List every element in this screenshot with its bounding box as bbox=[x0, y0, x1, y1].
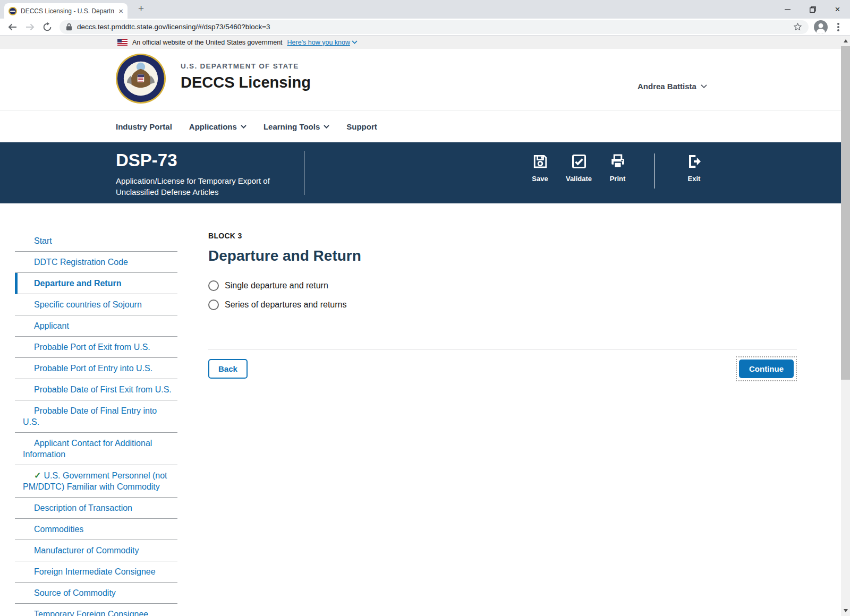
back-nav-button[interactable] bbox=[7, 22, 18, 32]
validate-action-button[interactable]: Validate bbox=[559, 153, 598, 183]
action-label: Print bbox=[610, 175, 626, 183]
new-tab-button[interactable]: + bbox=[138, 3, 144, 14]
restore-icon bbox=[810, 6, 816, 13]
sidebar-item-probable-date-of-first-exit-from-u-s[interactable]: Probable Date of First Exit from U.S. bbox=[15, 379, 177, 400]
refresh-button[interactable] bbox=[42, 22, 52, 32]
sidebar-item-label: Temporary Foreign Consignee bbox=[34, 610, 148, 616]
continue-focus-ring: Continue bbox=[736, 356, 797, 381]
gov-banner-text: An official website of the United States… bbox=[132, 39, 283, 46]
browser-menu-icon[interactable] bbox=[837, 26, 839, 28]
nav-item-applications[interactable]: Applications bbox=[189, 122, 246, 131]
form-banner: DSP-73 Application/License for Temporary… bbox=[0, 142, 841, 203]
sidebar-item-probable-date-of-final-entry-into-u-s[interactable]: Probable Date of Final Entry into U.S. bbox=[15, 400, 177, 433]
minimize-icon bbox=[785, 9, 790, 10]
form-section-nav: StartDDTC Registration CodeDeparture and… bbox=[15, 230, 177, 616]
form-description: Application/License for Temporary Export… bbox=[116, 176, 276, 198]
sidebar-item-temporary-foreign-consignee[interactable]: Temporary Foreign Consignee bbox=[15, 604, 177, 616]
scroll-up-icon[interactable] bbox=[844, 39, 848, 42]
sidebar-item-label: Probable Port of Exit from U.S. bbox=[34, 343, 150, 352]
form-code: DSP-73 bbox=[116, 150, 177, 170]
sidebar-item-label: Start bbox=[34, 236, 52, 245]
primary-nav: Industry PortalApplicationsLearning Tool… bbox=[0, 110, 841, 142]
page-scrollbar[interactable] bbox=[841, 36, 850, 616]
sidebar-item-applicant-contact-for-additional-information[interactable]: Applicant Contact for Additional Informa… bbox=[15, 433, 177, 465]
action-label: Save bbox=[532, 175, 548, 183]
tab-close-icon[interactable]: × bbox=[118, 7, 123, 15]
page: An official website of the United States… bbox=[0, 36, 841, 616]
url-bar[interactable]: deccs.test.pmddtc.state.gov/licensing/#/… bbox=[60, 20, 809, 34]
sidebar-item-applicant[interactable]: Applicant bbox=[15, 315, 177, 337]
radio-label: Series of departures and returns bbox=[225, 300, 346, 310]
site-header: U.S. DEPARTMENT OF STATE DECCS Licensing… bbox=[0, 49, 841, 110]
sidebar-item-start[interactable]: Start bbox=[15, 230, 177, 252]
sidebar-item-ddtc-registration-code[interactable]: DDTC Registration Code bbox=[15, 252, 177, 273]
chevron-down-icon bbox=[241, 125, 246, 129]
sidebar-item-label: U.S. Government Personnel (not PM/DDTC) … bbox=[23, 471, 167, 491]
content: StartDDTC Registration CodeDeparture and… bbox=[0, 203, 841, 616]
sidebar-item-label: Foreign Intermediate Consignee bbox=[34, 567, 156, 576]
continue-button[interactable]: Continue bbox=[739, 360, 794, 378]
nav-item-learning-tools[interactable]: Learning Tools bbox=[264, 122, 329, 131]
site-favicon-icon bbox=[8, 7, 17, 15]
sidebar-item-probable-port-of-entry-into-u-s[interactable]: Probable Port of Entry into U.S. bbox=[15, 358, 177, 379]
radio-button-icon[interactable] bbox=[208, 280, 219, 291]
section-divider bbox=[208, 349, 797, 349]
radio-option-series-of-departures-and-returns[interactable]: Series of departures and returns bbox=[208, 295, 797, 314]
print-action-button[interactable]: Print bbox=[598, 153, 637, 183]
radio-button-icon[interactable] bbox=[208, 300, 219, 310]
radio-label: Single departure and return bbox=[225, 281, 328, 290]
window-minimize-button[interactable] bbox=[775, 0, 800, 19]
back-button[interactable]: Back bbox=[208, 359, 248, 379]
nav-item-label: Industry Portal bbox=[116, 122, 172, 131]
sidebar-item-label: Probable Port of Entry into U.S. bbox=[34, 364, 152, 373]
sidebar-item-departure-and-return[interactable]: Departure and Return bbox=[15, 273, 177, 294]
page-title: Departure and Return bbox=[208, 247, 797, 264]
scrollbar-thumb[interactable] bbox=[841, 46, 850, 380]
sidebar-item-manufacturer-of-commodity[interactable]: Manufacturer of Commodity bbox=[15, 540, 177, 561]
tab-title: DECCS Licensing - U.S. Departme bbox=[21, 7, 114, 15]
user-name: Andrea Battista bbox=[638, 82, 696, 91]
lock-icon bbox=[66, 23, 72, 31]
chevron-down-icon bbox=[352, 40, 358, 44]
radio-option-single-departure-and-return[interactable]: Single departure and return bbox=[208, 276, 797, 295]
sidebar-item-foreign-intermediate-consignee[interactable]: Foreign Intermediate Consignee bbox=[15, 561, 177, 583]
sidebar-item-specific-countries-of-sojourn[interactable]: Specific countries of Sojourn bbox=[15, 294, 177, 315]
window-close-button[interactable]: × bbox=[825, 0, 850, 19]
block-label: BLOCK 3 bbox=[208, 232, 797, 240]
sidebar-item-probable-port-of-exit-from-u-s[interactable]: Probable Port of Exit from U.S. bbox=[15, 337, 177, 358]
sidebar-item-description-of-transaction[interactable]: Description of Transaction bbox=[15, 498, 177, 519]
browser-tab[interactable]: DECCS Licensing - U.S. Departme × bbox=[4, 3, 128, 19]
tab-bar: DECCS Licensing - U.S. Departme × + × bbox=[0, 0, 850, 19]
sidebar-item-label: DDTC Registration Code bbox=[34, 258, 128, 267]
action-label: Exit bbox=[688, 175, 701, 183]
sidebar-item-label: Probable Date of Final Entry into U.S. bbox=[23, 406, 157, 426]
forward-nav-button[interactable] bbox=[25, 22, 35, 32]
scroll-down-icon[interactable] bbox=[844, 609, 848, 612]
save-action-button[interactable]: Save bbox=[521, 153, 559, 183]
bookmark-star-icon[interactable] bbox=[793, 22, 802, 31]
sidebar-item-label: Applicant Contact for Additional Informa… bbox=[23, 439, 152, 459]
user-menu[interactable]: Andrea Battista bbox=[638, 82, 707, 91]
forward-arrow-icon bbox=[25, 22, 35, 32]
sidebar-item-source-of-commodity[interactable]: Source of Commodity bbox=[15, 583, 177, 604]
url-text: deccs.test.pmddtc.state.gov/licensing/#/… bbox=[77, 23, 270, 31]
nav-item-support[interactable]: Support bbox=[346, 122, 377, 131]
browser-toolbar: deccs.test.pmddtc.state.gov/licensing/#/… bbox=[0, 19, 850, 36]
agency-label: U.S. DEPARTMENT OF STATE bbox=[181, 62, 311, 70]
profile-avatar-icon[interactable] bbox=[814, 20, 828, 34]
exit-action-button[interactable]: Exit bbox=[675, 153, 713, 183]
sidebar-item-label: Description of Transaction bbox=[34, 503, 132, 512]
app-title: DECCS Licensing bbox=[181, 74, 311, 91]
validate-icon bbox=[571, 153, 587, 171]
window-restore-button[interactable] bbox=[800, 0, 825, 19]
gov-banner-link-label: Here's how you know bbox=[287, 39, 350, 46]
sidebar-item-u-s-government-personnel-not-pm-ddtc-familiar-with-commodity[interactable]: ✓U.S. Government Personnel (not PM/DDTC)… bbox=[15, 465, 177, 498]
chevron-down-icon bbox=[324, 125, 329, 129]
sidebar-item-label: Applicant bbox=[34, 321, 69, 330]
nav-item-label: Learning Tools bbox=[264, 122, 320, 131]
nav-item-industry-portal[interactable]: Industry Portal bbox=[116, 122, 172, 131]
print-icon bbox=[610, 153, 626, 171]
gov-banner-link[interactable]: Here's how you know bbox=[287, 39, 358, 46]
sidebar-item-commodities[interactable]: Commodities bbox=[15, 519, 177, 540]
chevron-down-icon bbox=[701, 84, 707, 89]
